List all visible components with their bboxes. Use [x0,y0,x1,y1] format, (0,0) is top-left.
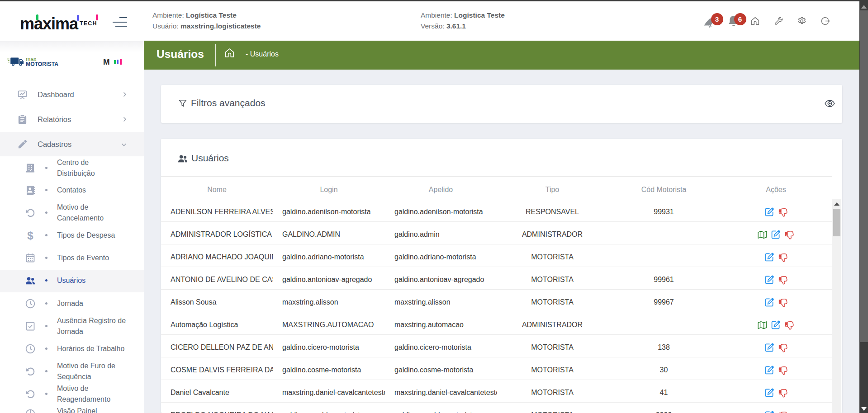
svg-text:$: $ [27,230,33,241]
